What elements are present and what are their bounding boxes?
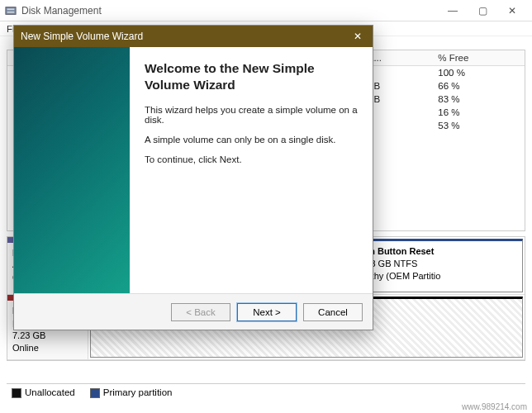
col-pct-free[interactable]: % Free	[431, 50, 525, 66]
svg-rect-2	[7, 11, 15, 12]
svg-rect-0	[6, 7, 16, 14]
main-titlebar: Disk Management — ▢ ✕	[0, 0, 532, 21]
wizard-text-1: This wizard helps you create a simple vo…	[145, 105, 358, 125]
legend-primary: Primary partition	[90, 387, 173, 398]
wizard-heading: Welcome to the New Simple Volume Wizard	[145, 60, 358, 93]
close-button[interactable]: ✕	[497, 2, 527, 20]
wizard-close-button[interactable]: ✕	[349, 28, 366, 45]
svg-rect-1	[7, 8, 15, 10]
legend-unallocated: Unallocated	[12, 387, 75, 398]
legend: Unallocated Primary partition	[7, 383, 525, 401]
wizard-title: New Simple Volume Wizard	[21, 31, 349, 42]
watermark: www.989214.com	[462, 402, 527, 411]
wizard-dialog: New Simple Volume Wizard ✕ Welcome to th…	[13, 25, 373, 330]
wizard-sidebar-image	[14, 47, 130, 293]
cancel-button[interactable]: Cancel	[303, 303, 363, 321]
maximize-button[interactable]: ▢	[468, 2, 497, 20]
wizard-content: Welcome to the New Simple Volume Wizard …	[130, 47, 373, 293]
minimize-button[interactable]: —	[438, 2, 468, 20]
wizard-footer: < Back Next > Cancel	[14, 293, 373, 330]
disk-mgmt-icon	[5, 5, 17, 17]
window-title: Disk Management	[21, 5, 438, 17]
next-button[interactable]: Next >	[237, 303, 297, 321]
wizard-text-3: To continue, click Next.	[145, 154, 358, 164]
wizard-titlebar: New Simple Volume Wizard ✕	[14, 26, 373, 47]
wizard-text-2: A simple volume can only be on a single …	[145, 135, 358, 145]
back-button: < Back	[171, 303, 230, 321]
